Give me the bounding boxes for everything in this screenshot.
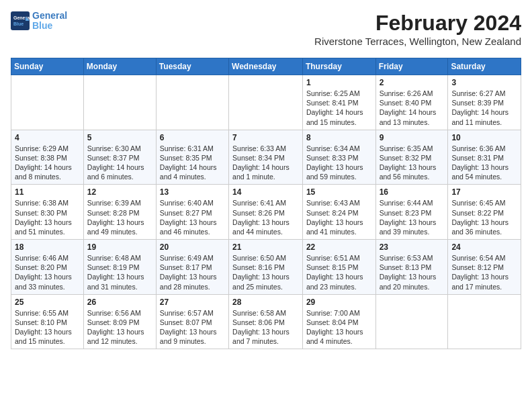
logo: General Blue General Blue [11, 11, 67, 32]
day-info: Sunrise: 6:40 AM Sunset: 8:27 PM Dayligh… [160, 198, 225, 236]
day-number: 15 [306, 187, 372, 197]
day-number: 11 [15, 187, 80, 197]
day-info: Sunrise: 6:41 AM Sunset: 8:26 PM Dayligh… [232, 198, 299, 236]
day-info: Sunrise: 6:48 AM Sunset: 8:19 PM Dayligh… [87, 253, 152, 291]
calendar-cell: 6Sunrise: 6:31 AM Sunset: 8:35 PM Daylig… [156, 130, 228, 185]
calendar-cell [375, 294, 448, 349]
calendar-cell: 23Sunrise: 6:53 AM Sunset: 8:13 PM Dayli… [375, 240, 448, 295]
day-number: 8 [306, 133, 372, 142]
day-info: Sunrise: 6:49 AM Sunset: 8:17 PM Dayligh… [160, 253, 225, 291]
day-info: Sunrise: 6:25 AM Sunset: 8:41 PM Dayligh… [306, 89, 372, 127]
day-info: Sunrise: 6:31 AM Sunset: 8:35 PM Dayligh… [160, 144, 225, 182]
day-info: Sunrise: 6:33 AM Sunset: 8:34 PM Dayligh… [232, 144, 299, 182]
svg-text:Blue: Blue [13, 21, 24, 26]
calendar-cell: 5Sunrise: 6:30 AM Sunset: 8:37 PM Daylig… [83, 130, 156, 185]
logo-icon: General Blue [11, 11, 30, 30]
day-number: 23 [380, 242, 445, 252]
day-number: 1 [306, 78, 372, 87]
page-subtitle: Riverstone Terraces, Wellington, New Zea… [314, 36, 521, 47]
day-info: Sunrise: 6:54 AM Sunset: 8:12 PM Dayligh… [451, 253, 517, 291]
day-info: Sunrise: 6:51 AM Sunset: 8:15 PM Dayligh… [306, 253, 372, 291]
calendar-cell: 11Sunrise: 6:38 AM Sunset: 8:30 PM Dayli… [11, 185, 84, 240]
day-info: Sunrise: 6:55 AM Sunset: 8:10 PM Dayligh… [15, 308, 80, 347]
day-info: Sunrise: 6:36 AM Sunset: 8:31 PM Dayligh… [451, 144, 517, 182]
day-info: Sunrise: 6:57 AM Sunset: 8:07 PM Dayligh… [160, 308, 225, 347]
calendar-header-wednesday: Wednesday [229, 58, 303, 75]
calendar-cell: 4Sunrise: 6:29 AM Sunset: 8:38 PM Daylig… [11, 130, 84, 185]
day-number: 17 [451, 187, 517, 197]
day-number: 2 [380, 78, 445, 87]
calendar-cell: 19Sunrise: 6:48 AM Sunset: 8:19 PM Dayli… [83, 240, 156, 295]
calendar-cell: 14Sunrise: 6:41 AM Sunset: 8:26 PM Dayli… [229, 185, 303, 240]
calendar-cell: 13Sunrise: 6:40 AM Sunset: 8:27 PM Dayli… [156, 185, 228, 240]
day-number: 29 [306, 298, 372, 307]
calendar-cell [448, 294, 521, 349]
day-number: 3 [451, 78, 517, 87]
calendar-header-friday: Friday [375, 58, 448, 75]
calendar-header-monday: Monday [83, 58, 156, 75]
calendar-cell [83, 75, 156, 130]
day-info: Sunrise: 6:56 AM Sunset: 8:09 PM Dayligh… [87, 308, 152, 347]
calendar-cell: 17Sunrise: 6:45 AM Sunset: 8:22 PM Dayli… [448, 185, 521, 240]
calendar-cell [229, 75, 303, 130]
day-number: 12 [87, 187, 152, 197]
calendar-cell: 15Sunrise: 6:43 AM Sunset: 8:24 PM Dayli… [302, 185, 375, 240]
calendar-table: SundayMondayTuesdayWednesdayThursdayFrid… [11, 58, 521, 349]
day-number: 5 [87, 133, 152, 142]
day-number: 28 [232, 298, 299, 307]
page-title: February 2024 [314, 11, 521, 36]
day-number: 20 [160, 242, 225, 252]
calendar-header-saturday: Saturday [448, 58, 521, 75]
day-info: Sunrise: 6:29 AM Sunset: 8:38 PM Dayligh… [15, 144, 80, 182]
day-info: Sunrise: 6:58 AM Sunset: 8:06 PM Dayligh… [232, 308, 299, 347]
day-number: 26 [87, 298, 152, 307]
calendar-cell: 1Sunrise: 6:25 AM Sunset: 8:41 PM Daylig… [302, 75, 375, 130]
day-number: 9 [380, 133, 445, 142]
calendar-header-tuesday: Tuesday [156, 58, 228, 75]
calendar-cell [11, 75, 84, 130]
day-info: Sunrise: 6:30 AM Sunset: 8:37 PM Dayligh… [87, 144, 152, 182]
day-number: 7 [232, 133, 299, 142]
calendar-cell: 3Sunrise: 6:27 AM Sunset: 8:39 PM Daylig… [448, 75, 521, 130]
day-info: Sunrise: 7:00 AM Sunset: 8:04 PM Dayligh… [306, 308, 372, 347]
day-info: Sunrise: 6:34 AM Sunset: 8:33 PM Dayligh… [306, 144, 372, 182]
day-number: 22 [306, 242, 372, 252]
day-info: Sunrise: 6:39 AM Sunset: 8:28 PM Dayligh… [87, 198, 152, 236]
calendar-cell: 2Sunrise: 6:26 AM Sunset: 8:40 PM Daylig… [375, 75, 448, 130]
day-number: 10 [451, 133, 517, 142]
day-number: 6 [160, 133, 225, 142]
day-number: 18 [15, 242, 80, 252]
day-info: Sunrise: 6:38 AM Sunset: 8:30 PM Dayligh… [15, 198, 80, 236]
calendar-header-sunday: Sunday [11, 58, 84, 75]
calendar-cell: 16Sunrise: 6:44 AM Sunset: 8:23 PM Dayli… [375, 185, 448, 240]
day-info: Sunrise: 6:43 AM Sunset: 8:24 PM Dayligh… [306, 198, 372, 236]
calendar-cell: 20Sunrise: 6:49 AM Sunset: 8:17 PM Dayli… [156, 240, 228, 295]
day-number: 13 [160, 187, 225, 197]
day-info: Sunrise: 6:35 AM Sunset: 8:32 PM Dayligh… [380, 144, 445, 182]
day-info: Sunrise: 6:26 AM Sunset: 8:40 PM Dayligh… [380, 89, 445, 127]
calendar-cell: 7Sunrise: 6:33 AM Sunset: 8:34 PM Daylig… [229, 130, 303, 185]
day-info: Sunrise: 6:53 AM Sunset: 8:13 PM Dayligh… [380, 253, 445, 291]
day-info: Sunrise: 6:46 AM Sunset: 8:20 PM Dayligh… [15, 253, 80, 291]
day-number: 25 [15, 298, 80, 307]
day-info: Sunrise: 6:27 AM Sunset: 8:39 PM Dayligh… [451, 89, 517, 127]
calendar-cell: 25Sunrise: 6:55 AM Sunset: 8:10 PM Dayli… [11, 294, 84, 349]
day-number: 19 [87, 242, 152, 252]
calendar-header-thursday: Thursday [302, 58, 375, 75]
day-info: Sunrise: 6:44 AM Sunset: 8:23 PM Dayligh… [380, 198, 445, 236]
calendar-cell: 9Sunrise: 6:35 AM Sunset: 8:32 PM Daylig… [375, 130, 448, 185]
calendar-cell: 24Sunrise: 6:54 AM Sunset: 8:12 PM Dayli… [448, 240, 521, 295]
calendar-cell: 12Sunrise: 6:39 AM Sunset: 8:28 PM Dayli… [83, 185, 156, 240]
day-info: Sunrise: 6:45 AM Sunset: 8:22 PM Dayligh… [451, 198, 517, 236]
calendar-cell: 8Sunrise: 6:34 AM Sunset: 8:33 PM Daylig… [302, 130, 375, 185]
calendar-cell: 21Sunrise: 6:50 AM Sunset: 8:16 PM Dayli… [229, 240, 303, 295]
day-number: 24 [451, 242, 517, 252]
calendar-cell: 27Sunrise: 6:57 AM Sunset: 8:07 PM Dayli… [156, 294, 228, 349]
day-number: 4 [15, 133, 80, 142]
calendar-cell: 28Sunrise: 6:58 AM Sunset: 8:06 PM Dayli… [229, 294, 303, 349]
day-number: 16 [380, 187, 445, 197]
calendar-cell: 22Sunrise: 6:51 AM Sunset: 8:15 PM Dayli… [302, 240, 375, 295]
day-info: Sunrise: 6:50 AM Sunset: 8:16 PM Dayligh… [232, 253, 299, 291]
calendar-cell: 18Sunrise: 6:46 AM Sunset: 8:20 PM Dayli… [11, 240, 84, 295]
day-number: 14 [232, 187, 299, 197]
